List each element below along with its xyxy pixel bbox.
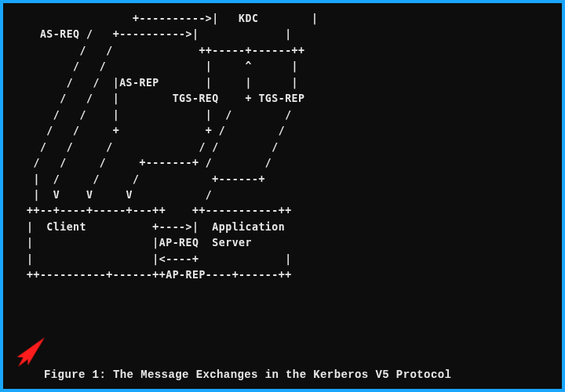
figure-caption: Figure 1: The Message Exchanges in the K… [44, 368, 451, 381]
ascii-diagram: +---------->| KDC | AS-REQ / +----------… [27, 11, 548, 284]
arrow-icon [13, 334, 47, 368]
diagram-frame: +---------->| KDC | AS-REQ / +----------… [0, 0, 565, 392]
red-arrow-annotation [13, 334, 47, 368]
